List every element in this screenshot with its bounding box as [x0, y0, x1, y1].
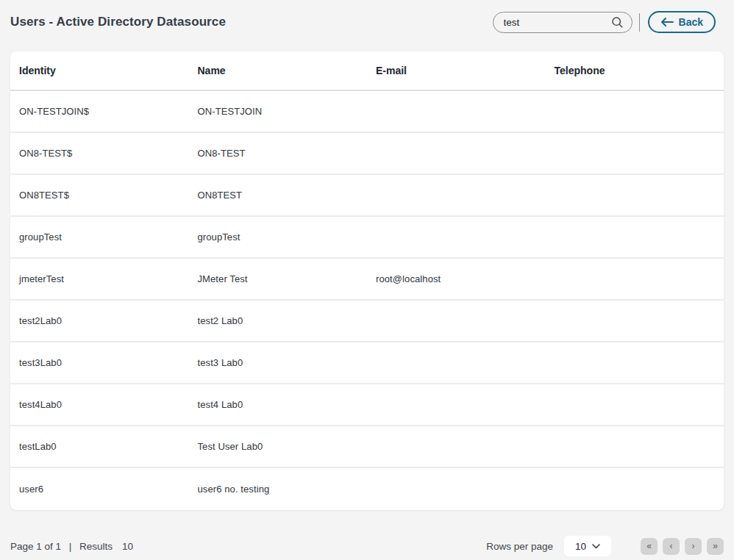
table-row[interactable]: groupTest groupTest — [10, 217, 724, 259]
results-count: 10 — [122, 541, 133, 552]
chevron-down-icon — [592, 544, 600, 549]
cell-email: root@localhost — [367, 273, 546, 284]
cell-identity: test2Lab0 — [10, 315, 189, 326]
cell-identity: ON8-TEST$ — [10, 148, 189, 159]
search-icon[interactable] — [611, 16, 624, 29]
topbar: Users - Active Directory Datasource — [0, 0, 734, 44]
table-row[interactable]: ON8TEST$ ON8TEST — [10, 175, 724, 217]
table-row[interactable]: jmeterTest JMeter Test root@localhost — [10, 259, 724, 301]
column-header-name: Name — [189, 65, 368, 76]
results-label: Results — [79, 541, 113, 552]
table-row[interactable]: testLab0 Test User Lab0 — [10, 426, 724, 468]
cell-identity: ON-TESTJOIN$ — [10, 106, 189, 117]
table-footer: Page 1 of 1 | Results 10 Rows per page 1… — [10, 534, 724, 558]
cell-name: Test User Lab0 — [189, 441, 368, 452]
cell-name: ON8TEST — [189, 190, 368, 201]
divider — [639, 13, 640, 32]
cell-name: groupTest — [189, 231, 368, 243]
column-header-telephone: Telephone — [546, 65, 724, 76]
rows-per-page-value: 10 — [575, 541, 586, 552]
back-button-label: Back — [679, 16, 703, 28]
cell-name: ON8-TEST — [189, 148, 368, 159]
last-page-button[interactable]: » — [707, 538, 724, 555]
users-table-card: Identity Name E-mail Telephone ON-TESTJO… — [10, 51, 724, 510]
footer-controls: Rows per page 10 « ‹ › » — [486, 536, 724, 556]
cell-identity: ON8TEST$ — [10, 190, 189, 201]
back-button[interactable]: Back — [648, 11, 716, 33]
cell-name: test4 Lab0 — [189, 399, 368, 410]
cell-identity: user6 — [10, 484, 189, 495]
cell-name: test2 Lab0 — [189, 315, 368, 326]
search-box — [493, 12, 633, 33]
search-input[interactable] — [504, 17, 611, 28]
cell-identity: groupTest — [10, 231, 189, 243]
footer-separator: | — [69, 541, 72, 552]
cell-identity: test3Lab0 — [10, 357, 189, 368]
next-page-button[interactable]: › — [685, 538, 702, 555]
table-row[interactable]: ON-TESTJOIN$ ON-TESTJOIN — [10, 91, 724, 133]
pagination: « ‹ › » — [641, 538, 724, 555]
table-row[interactable]: ON8-TEST$ ON8-TEST — [10, 133, 724, 175]
table-row[interactable]: user6 user6 no. testing — [10, 468, 724, 510]
column-header-email: E-mail — [367, 65, 546, 76]
cell-identity: jmeterTest — [10, 273, 189, 284]
cell-name: ON-TESTJOIN — [189, 106, 368, 117]
table-row[interactable]: test4Lab0 test4 Lab0 — [10, 384, 724, 426]
topbar-actions: Back — [493, 11, 716, 33]
table-header: Identity Name E-mail Telephone — [10, 51, 724, 91]
rows-per-page-select[interactable]: 10 — [564, 536, 611, 556]
page-results-info: Page 1 of 1 | Results 10 — [10, 541, 133, 552]
cell-name: JMeter Test — [189, 273, 368, 284]
page-info: Page 1 of 1 — [10, 541, 61, 552]
table-row[interactable]: test2Lab0 test2 Lab0 — [10, 301, 724, 342]
first-page-button[interactable]: « — [641, 538, 658, 555]
table-row[interactable]: test3Lab0 test3 Lab0 — [10, 342, 724, 384]
cell-name: user6 no. testing — [189, 484, 368, 495]
cell-name: test3 Lab0 — [189, 357, 368, 368]
arrow-left-icon — [660, 18, 674, 26]
cell-identity: testLab0 — [10, 441, 189, 452]
page-title: Users - Active Directory Datasource — [10, 15, 226, 29]
prev-page-button[interactable]: ‹ — [663, 538, 680, 555]
rows-per-page-label: Rows per page — [486, 541, 553, 552]
column-header-identity: Identity — [10, 65, 189, 76]
page: Users - Active Directory Datasource — [0, 0, 734, 560]
cell-identity: test4Lab0 — [10, 399, 189, 410]
